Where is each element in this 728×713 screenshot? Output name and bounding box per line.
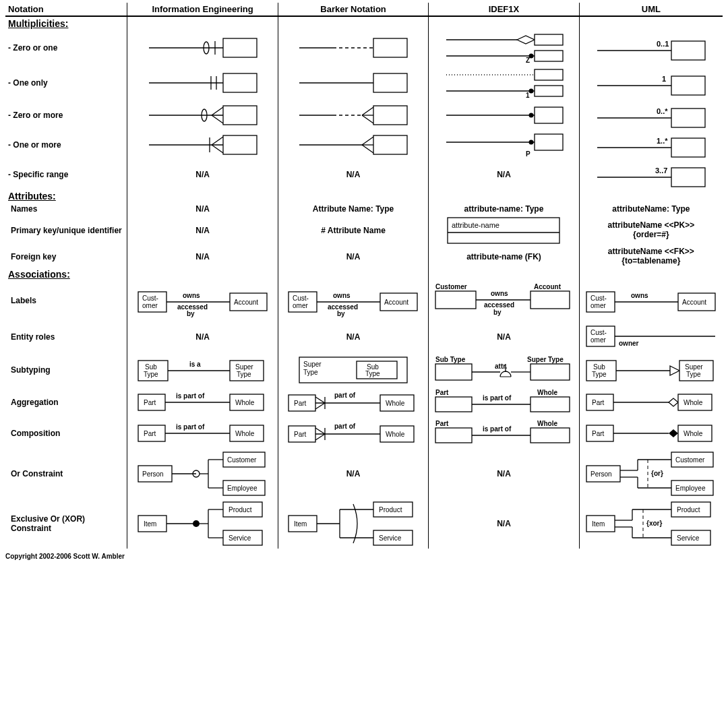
svg-rect-188	[530, 428, 570, 443]
svg-text:part of: part of	[334, 423, 356, 430]
svg-line-34	[212, 107, 223, 115]
row-composition: Composition	[5, 418, 127, 449]
barker-specific-range: N/A	[278, 160, 428, 189]
uml-names: attributeName: Type	[579, 203, 723, 215]
barker-subtyping: SuperTypeSubType	[278, 353, 428, 387]
svg-text:Part: Part	[435, 389, 449, 396]
svg-rect-36	[223, 106, 257, 125]
svg-text:0..*: 0..*	[657, 107, 668, 115]
svg-line-151	[315, 403, 325, 409]
ie-zero-or-one	[127, 30, 278, 65]
svg-text:Product: Product	[229, 506, 252, 514]
svg-text:omer: omer	[590, 336, 606, 344]
svg-line-52	[212, 145, 223, 153]
svg-text:is part of: is part of	[483, 394, 512, 402]
svg-rect-47	[671, 108, 705, 127]
svg-text:Service: Service	[379, 534, 402, 542]
svg-rect-45	[535, 107, 563, 123]
notation-comparison-table: Notation Information Engineering Barker …	[5, 3, 723, 549]
svg-text:Cust-: Cust-	[590, 329, 607, 336]
barker-entity-roles: N/A	[278, 321, 428, 353]
idef1x-xor: N/A	[429, 499, 579, 549]
svg-text:1: 1	[662, 75, 666, 83]
svg-text:Whole: Whole	[537, 389, 557, 396]
svg-rect-161	[530, 397, 570, 412]
svg-text:Employee: Employee	[675, 485, 706, 492]
ie-fk: N/A	[127, 246, 278, 268]
idef1x-zero-or-more	[429, 100, 579, 130]
svg-text:omer: omer	[142, 302, 158, 309]
uml-fk: attributeName <<FK>>{to=tablename}	[579, 246, 723, 268]
svg-text:Service: Service	[229, 534, 251, 542]
svg-rect-184	[435, 428, 472, 443]
idef1x-composition: Partis part ofWhole	[429, 418, 579, 449]
uml-composition: PartWhole	[579, 418, 723, 449]
uml-or: Person{or}CustomerEmployee	[579, 449, 723, 499]
svg-text:Customer: Customer	[435, 283, 467, 290]
svg-marker-137	[670, 366, 679, 375]
svg-rect-58	[373, 135, 407, 154]
ie-names: N/A	[127, 203, 278, 215]
uml-one-only: 1	[579, 65, 723, 100]
ie-composition: Partis part ofWhole	[127, 418, 278, 449]
header-notation: Notation	[5, 3, 127, 16]
svg-text:Service: Service	[677, 534, 700, 542]
svg-text:owns: owns	[491, 290, 508, 297]
svg-text:Item: Item	[294, 520, 307, 528]
svg-text:Type: Type	[365, 370, 380, 377]
idef1x-entity-roles: N/A	[429, 321, 579, 353]
svg-text:Cust-: Cust-	[293, 294, 309, 302]
svg-rect-42	[373, 106, 407, 125]
barker-names: Attribute Name: Type	[278, 203, 428, 215]
ie-subtyping: SubTypeis aSuperType	[127, 353, 278, 387]
svg-text:owner: owner	[619, 340, 639, 347]
row-or: Or Constraint	[5, 449, 127, 499]
svg-rect-157	[435, 397, 472, 412]
row-one-or-more: - One or more	[5, 130, 127, 160]
svg-text:Type: Type	[592, 371, 607, 378]
ie-zero-or-more	[127, 100, 278, 130]
barker-composition: Partpart ofWhole	[278, 418, 428, 449]
section-associations: Associations:	[5, 268, 127, 281]
svg-text:Sub Type: Sub Type	[435, 356, 466, 363]
svg-text:by: by	[493, 309, 502, 316]
svg-text:0..1: 0..1	[657, 40, 669, 48]
svg-text:3..7: 3..7	[655, 166, 667, 175]
svg-rect-53	[223, 135, 257, 154]
ie-or: PersonCustomerEmployee	[127, 449, 278, 499]
svg-rect-9	[535, 34, 563, 45]
svg-line-178	[315, 434, 325, 440]
svg-text:Part: Part	[144, 430, 156, 437]
svg-text:owns: owns	[183, 292, 200, 299]
svg-rect-30	[671, 76, 705, 95]
row-names: Names	[5, 203, 127, 215]
row-aggregation: Aggregation	[5, 387, 127, 418]
barker-one-only	[278, 65, 428, 100]
row-zero-or-more: - Zero or more	[5, 100, 127, 130]
svg-line-55	[362, 137, 373, 145]
svg-text:Account: Account	[234, 299, 258, 306]
ie-one-only	[127, 65, 278, 100]
svg-point-224	[193, 520, 200, 527]
idef1x-names: attribute-name: Type	[429, 203, 579, 215]
row-labels: Labels	[5, 281, 127, 321]
uml-zero-or-one: 0..1	[579, 30, 723, 65]
uml-aggregation: PartWhole	[579, 387, 723, 418]
svg-text:Product: Product	[379, 506, 402, 514]
svg-text:by: by	[337, 310, 345, 317]
svg-text:is part of: is part of	[483, 425, 512, 433]
svg-text:attribute-name: attribute-name	[452, 221, 499, 229]
uml-subtyping: SubTypeSuperType	[579, 353, 723, 387]
svg-text:Item: Item	[592, 520, 605, 528]
svg-rect-22	[373, 73, 407, 92]
svg-text:Super: Super	[303, 361, 322, 368]
svg-rect-97	[530, 291, 570, 309]
svg-rect-6	[373, 38, 407, 57]
svg-rect-15	[671, 41, 705, 60]
svg-text:Z: Z	[526, 57, 530, 64]
svg-text:part of: part of	[334, 392, 356, 399]
header-idef1x: IDEF1X	[429, 3, 579, 16]
svg-text:Super Type: Super Type	[527, 356, 564, 363]
row-fk: Foreign key	[5, 246, 127, 268]
copyright: Copyright 2002-2006 Scott W. Ambler	[5, 549, 723, 560]
